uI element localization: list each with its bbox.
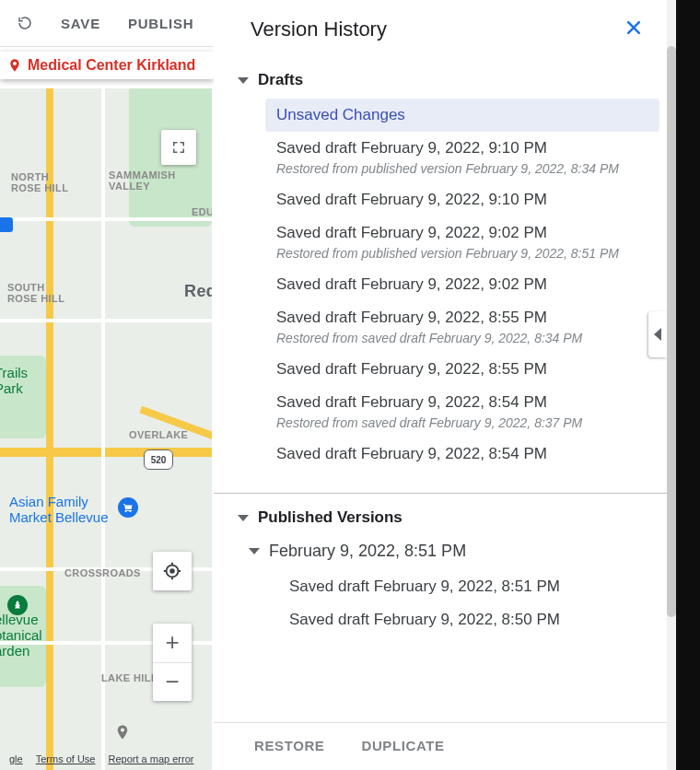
version-entry[interactable]: Saved draft February 9, 2022, 9:10 PM — [214, 183, 667, 216]
publish-button[interactable]: PUBLISH — [128, 16, 193, 31]
version-entry[interactable]: Saved draft February 9, 2022, 8:51 PM — [214, 570, 667, 603]
chevron-down-icon — [249, 548, 260, 554]
version-entry[interactable]: Saved draft February 9, 2022, 9:10 PMRes… — [214, 132, 667, 183]
version-history-panel: Version History Drafts Unsaved ChangesSa… — [214, 0, 667, 770]
location-tag[interactable]: Medical Center Kirkland — [0, 52, 214, 79]
version-entry[interactable]: Saved draft February 9, 2022, 9:02 PMRes… — [214, 216, 667, 268]
fullscreen-button[interactable] — [161, 130, 196, 165]
divider — [214, 493, 667, 494]
map-canvas[interactable]: NORTH ROSE HILL SAMMAMISH VALLEY EDU Red… — [0, 88, 212, 770]
fullscreen-icon — [170, 139, 187, 156]
map-terms-link[interactable]: Terms of Use — [36, 753, 96, 764]
my-location-button[interactable] — [153, 552, 192, 590]
map-label: EDU — [192, 206, 212, 217]
poi-marker[interactable] — [118, 497, 138, 518]
svg-point-1 — [169, 568, 175, 574]
version-entry-title: Saved draft February 9, 2022, 8:54 PM — [276, 393, 658, 412]
version-entry-title: Saved draft February 9, 2022, 9:02 PM — [276, 275, 658, 294]
published-header[interactable]: Published Versions — [214, 503, 667, 536]
version-entry-title: Saved draft February 9, 2022, 8:50 PM — [289, 611, 658, 629]
map-attribution: gle Terms of Use Report a map error — [9, 753, 204, 764]
map-label: SOUTH ROSE HILL — [7, 282, 64, 304]
poi-marker[interactable] — [114, 722, 131, 742]
map-lang-link[interactable]: gle — [9, 753, 23, 764]
poi-marker[interactable] — [0, 217, 13, 232]
version-entry[interactable]: Saved draft February 9, 2022, 8:55 PM — [214, 353, 667, 386]
drafts-label: Drafts — [258, 71, 303, 89]
version-entry[interactable]: Saved draft February 9, 2022, 8:55 PMRes… — [214, 301, 667, 353]
version-entry-subtext: Restored from published version February… — [276, 161, 658, 176]
map-label: Trails Park — [0, 365, 28, 396]
chevron-down-icon — [238, 77, 249, 84]
version-entry-title: Saved draft February 9, 2022, 8:55 PM — [276, 309, 658, 327]
scrollbar-thumb[interactable] — [667, 46, 676, 617]
map-label: Asian Family Market Bellevue — [9, 494, 109, 525]
poi-marker[interactable] — [7, 595, 28, 615]
map-report-link[interactable]: Report a map error — [108, 753, 193, 764]
restore-button[interactable]: RESTORE — [254, 738, 324, 753]
zoom-control: + − — [153, 624, 192, 701]
version-entry-subtext: Restored from saved draft February 9, 20… — [276, 331, 658, 345]
version-entry-title: Saved draft February 9, 2022, 9:10 PM — [276, 139, 658, 158]
map-label: LAKE HILL — [101, 672, 158, 683]
version-entry[interactable]: Saved draft February 9, 2022, 8:54 PMRes… — [214, 386, 667, 438]
version-entry-title: Saved draft February 9, 2022, 8:54 PM — [276, 445, 658, 463]
panel-title: Version History — [251, 18, 387, 41]
window-edge — [676, 0, 700, 770]
drafts-header[interactable]: Drafts — [214, 65, 667, 99]
save-button[interactable]: SAVE — [61, 16, 100, 31]
map-label: ellevue otanical arden — [0, 612, 42, 659]
version-entry-title: Saved draft February 9, 2022, 8:51 PM — [289, 578, 658, 596]
map-label: CROSSROADS — [64, 567, 141, 578]
version-entry-subtext: Restored from saved draft February 9, 20… — [276, 415, 658, 430]
version-entry-title: Saved draft February 9, 2022, 9:10 PM — [276, 191, 658, 209]
version-entry[interactable]: Saved draft February 9, 2022, 9:02 PM — [214, 268, 667, 301]
panel-header: Version History — [214, 0, 667, 60]
published-section: Published Versions February 9, 2022, 8:5… — [214, 497, 667, 642]
location-tag-text: Medical Center Kirkland — [28, 57, 195, 74]
version-entry[interactable]: Saved draft February 9, 2022, 8:54 PM — [214, 438, 667, 471]
panel-footer: RESTORE DUPLICATE — [214, 722, 667, 770]
version-entry[interactable]: Saved draft February 9, 2022, 8:50 PM — [214, 603, 667, 636]
published-label: Published Versions — [258, 508, 402, 527]
panel-body[interactable]: Drafts Unsaved ChangesSaved draft Februa… — [214, 60, 667, 722]
close-icon — [624, 18, 643, 37]
chevron-down-icon — [238, 515, 249, 521]
target-icon — [162, 561, 182, 581]
map-label: OVERLAKE — [129, 429, 188, 440]
zoom-in-button[interactable]: + — [153, 624, 192, 663]
version-entry[interactable]: Unsaved Changes — [265, 99, 659, 132]
version-entry-title: Unsaved Changes — [276, 106, 650, 124]
pin-icon — [7, 56, 22, 75]
chevron-left-icon — [654, 328, 661, 341]
duplicate-button[interactable]: DUPLICATE — [361, 738, 444, 753]
map-label: Redm — [184, 282, 212, 301]
version-entry-subtext: Restored from published version February… — [276, 246, 658, 261]
version-entry-title: Saved draft February 9, 2022, 9:02 PM — [276, 224, 658, 242]
published-entry[interactable]: February 9, 2022, 8:51 PM — [214, 536, 667, 570]
map-label: SAMMAMISH VALLEY — [109, 169, 176, 192]
zoom-out-button[interactable]: − — [153, 663, 192, 702]
published-entry-title: February 9, 2022, 8:51 PM — [269, 542, 466, 561]
collapse-handle[interactable] — [648, 311, 667, 357]
map-label: NORTH ROSE HILL — [11, 171, 68, 193]
drafts-section: Drafts Unsaved ChangesSaved draft Februa… — [214, 60, 667, 476]
route-shield: 520 — [144, 449, 173, 470]
close-button[interactable] — [621, 13, 647, 46]
version-entry-title: Saved draft February 9, 2022, 8:55 PM — [276, 360, 658, 379]
redo-icon[interactable] — [17, 15, 33, 31]
